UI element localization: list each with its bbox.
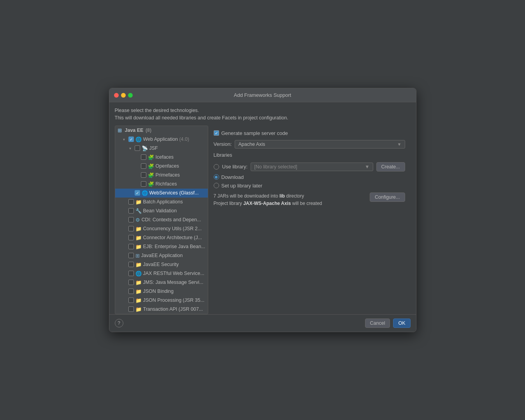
tree-item-jsf[interactable]: ▾ 📡 JSF [115,144,208,153]
arrow-jsf: ▾ [129,146,135,150]
intro-line1: Please select the desired technologies. [115,107,411,114]
footer-buttons: Cancel OK [365,318,411,328]
checkbox-json-binding[interactable] [128,289,134,294]
tree-item-openfaces[interactable]: 🧩 Openfaces [115,162,208,171]
tree-item-json-processing[interactable]: 📁 JSON Processing (JSR 35... [115,296,208,305]
tree-item-richfaces[interactable]: 🧩 Richfaces [115,180,208,189]
tree-item-transaction-api[interactable]: 📁 Transaction API (JSR 007... [115,305,208,314]
setup-later-radio[interactable] [214,183,219,188]
create-button[interactable]: Create... [376,162,405,172]
primefaces-icon: 🧩 [148,172,154,178]
icefaces-label: Icefaces [156,154,174,160]
intro-line2: This will download all needed libraries … [115,114,411,122]
jsf-label: JSF [149,145,158,151]
cdi-icon: ⚙ [135,217,140,223]
version-value: Apache Axis [238,142,265,147]
info-line2: Project library JAX-WS-Apache Axis will … [214,200,366,207]
tree-section-javaee[interactable]: ⊞ Java EE (8) [115,126,208,135]
checkbox-richfaces[interactable] [141,181,146,187]
checkbox-javaee-app[interactable] [128,253,134,258]
dialog-body: Please select the desired technologies. … [109,102,416,314]
web-icon: 🌐 [135,136,142,142]
configure-button[interactable]: Configure... [370,192,405,202]
openfaces-icon: 🧩 [148,163,154,169]
checkbox-transaction[interactable] [128,306,134,312]
tree-item-icefaces[interactable]: 🧩 Icefaces [115,153,208,162]
batch-label: Batch Applications [143,199,183,205]
generate-sample-checkbox[interactable]: ✓ [214,130,219,136]
left-panel: ⊞ Java EE (8) ▾ ✓ 🌐 Web Application (4.0… [115,126,208,314]
use-library-radio[interactable] [214,164,219,170]
checkbox-icefaces[interactable] [141,154,146,160]
tree-item-webservices[interactable]: ✓ 🌐 WebServices (Glassf... [115,189,208,198]
download-label: Download [221,174,244,180]
use-library-label: Use library: [222,164,248,170]
no-library-value: [No library selected] [254,164,297,170]
checkbox-json-processing[interactable] [128,298,134,303]
checkbox-ejb[interactable] [128,244,134,249]
info-lib-name: JAX-WS-Apache Axis [243,201,291,206]
maximize-button[interactable] [128,93,133,98]
checkbox-primefaces[interactable] [141,172,146,178]
tree-item-bean-validation[interactable]: 🔧 Bean Validation [115,206,208,215]
checkbox-jsf[interactable] [135,145,140,151]
close-button[interactable] [114,93,119,98]
minimize-button[interactable] [121,93,126,98]
help-button[interactable]: ? [115,319,123,327]
tree-item-concurrency[interactable]: 📁 Concurrency Utils (JSR 2... [115,224,208,233]
ejb-label: EJB: Enterprise Java Bean... [143,244,205,249]
libraries-label: Libraries [214,152,405,158]
version-label: Version: [214,141,232,147]
bean-icon: 🔧 [135,208,142,214]
checkbox-concurrency[interactable] [128,226,134,231]
dialog-title: Add Frameworks Support [234,92,291,98]
setup-later-row: Set up library later [214,183,405,189]
intro-text: Please select the desired technologies. … [115,107,411,122]
checkbox-connector[interactable] [128,235,134,240]
info-text: 7 JARs will be downloaded into lib direc… [214,192,366,207]
jax-restful-label: JAX RESTful Web Service... [143,271,204,276]
library-dropdown[interactable]: [No library selected] ▼ [251,163,373,171]
cdi-label: CDI: Contexts and Depen... [142,217,201,222]
tree-item-jax-restful[interactable]: 🌐 JAX RESTful Web Service... [115,269,208,278]
javaee-app-icon: ⊞ [135,253,140,259]
checkbox-jax-restful[interactable] [128,271,134,276]
info-lib: lib [279,193,285,199]
richfaces-label: Richfaces [156,181,177,187]
info-box: 7 JARs will be downloaded into lib direc… [214,192,405,207]
version-dropdown[interactable]: Apache Axis ▼ [235,140,405,149]
checkbox-cdi[interactable] [128,217,134,222]
web-application-label: Web Application (4.0) [143,136,190,142]
checkbox-webservices[interactable]: ✓ [135,190,140,196]
tree-item-primefaces[interactable]: 🧩 Primefaces [115,171,208,180]
jax-restful-icon: 🌐 [135,271,142,276]
checkbox-batch[interactable] [128,199,134,205]
checkbox-jms[interactable] [128,280,134,285]
dialog: Add Frameworks Support Please select the… [109,88,416,332]
ok-button[interactable]: OK [393,318,410,328]
tree-item-ejb[interactable]: 📁 EJB: Enterprise Java Bean... [115,242,208,251]
tree-item-cdi[interactable]: ⚙ CDI: Contexts and Depen... [115,215,208,224]
tree-item-json-binding[interactable]: 📁 JSON Binding [115,287,208,296]
batch-icon: 📁 [135,199,142,205]
tree-item-batch-applications[interactable]: 📁 Batch Applications [115,198,208,206]
info-line1: 7 JARs will be downloaded into lib direc… [214,192,366,200]
tree-item-javaee-security[interactable]: 📁 JavaEE Security [115,260,208,269]
json-binding-label: JSON Binding [143,289,174,294]
icefaces-icon: 🧩 [148,154,154,160]
checkbox-javaee-security[interactable] [128,262,134,267]
cancel-button[interactable]: Cancel [365,318,390,328]
checkbox-bean[interactable] [128,208,134,214]
tree-item-javaee-app[interactable]: ⊞ JavaEE Application [115,251,208,260]
tree-item-web-application[interactable]: ▾ ✓ 🌐 Web Application (4.0) [115,135,208,144]
checkbox-openfaces[interactable] [141,163,146,169]
tree-item-jms[interactable]: 📁 JMS: Java Message Servi... [115,278,208,287]
download-radio[interactable] [214,174,219,180]
concurrency-icon: 📁 [135,226,142,232]
checkbox-web-application[interactable]: ✓ [128,136,134,142]
version-row: Version: Apache Axis ▼ [214,140,405,149]
jsf-icon: 📡 [142,145,148,151]
tree-item-connector[interactable]: 📁 Connector Architecture (J... [115,233,208,242]
transaction-label: Transaction API (JSR 007... [143,306,203,312]
jms-label: JMS: Java Message Servi... [143,280,204,285]
